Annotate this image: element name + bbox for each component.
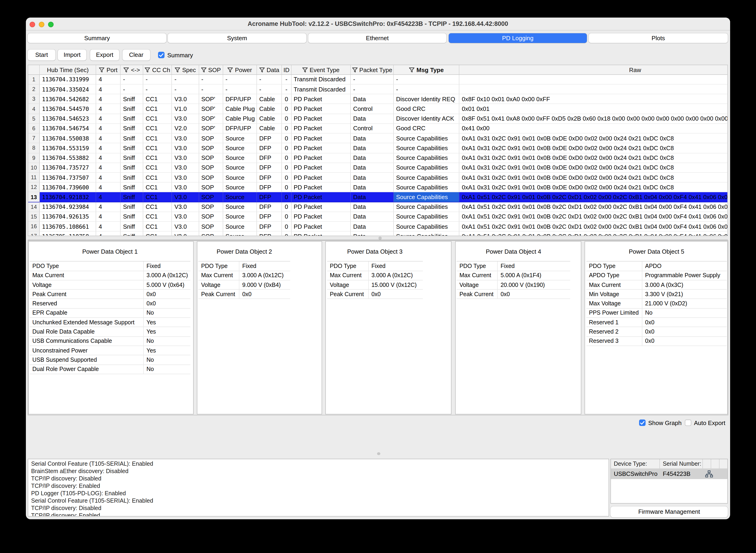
- import-button[interactable]: Import: [58, 50, 86, 60]
- clear-button[interactable]: Clear: [123, 50, 150, 60]
- row-number: 6: [28, 124, 40, 134]
- column-header-msg-type[interactable]: Msg Type: [394, 65, 460, 74]
- tab-system[interactable]: System: [168, 33, 306, 43]
- export-button[interactable]: Export: [90, 50, 119, 60]
- bottom-splitter-handle-icon[interactable]: [377, 452, 380, 455]
- cell-port: 4: [96, 232, 121, 236]
- tab-plots[interactable]: Plots: [589, 33, 728, 43]
- pdo-row[interactable]: Unchunked Extended Message SupportYes: [29, 318, 191, 327]
- summary-checkbox[interactable]: Summary: [158, 51, 193, 59]
- table-panel-splitter[interactable]: [28, 236, 728, 240]
- table-row-16[interactable]: 161136705.1086614SniffCC1V3.0SOPSourceDF…: [28, 222, 728, 231]
- column-header-hub-time-sec-[interactable]: Hub Time (Sec): [40, 65, 96, 74]
- column-header-spec[interactable]: Spec: [172, 65, 199, 74]
- column-header-power[interactable]: Power: [223, 65, 257, 74]
- pdo-row[interactable]: PDO TypeFixed: [29, 262, 191, 271]
- table-row-17[interactable]: 171136705.1107584SniffCC1V3.0SOPSourceDF…: [28, 232, 728, 236]
- pdo-row[interactable]: Max Current3.000 A (0x12C): [327, 271, 423, 281]
- table-row-12[interactable]: 121136704.7396004SniffCC1V3.0SOPSourceDF…: [28, 182, 728, 192]
- table-row-7[interactable]: 71136704.5500384SniffCC1V3.0SOPSourceDFP…: [28, 134, 728, 143]
- pdo-row[interactable]: Voltage20.000 V (0x190): [457, 281, 570, 290]
- column-header-sop[interactable]: SOP: [199, 65, 223, 74]
- start-button[interactable]: Start: [28, 50, 56, 60]
- auto-export-checkbox[interactable]: Auto Export: [685, 418, 725, 427]
- filter-funnel-icon: [228, 67, 233, 72]
- table-row-11[interactable]: 111136704.7375074SniffCC1V3.0SOPSourceDF…: [28, 173, 728, 182]
- table-row-4[interactable]: 41136704.5445704SniffCC1V1.0SOP'Cable Pl…: [28, 104, 728, 114]
- table-row-3[interactable]: 31136704.5426824SniffCC1V3.0SOP'DFP/UFPC…: [28, 94, 728, 104]
- column-header-raw[interactable]: Raw: [460, 65, 728, 74]
- table-row-10[interactable]: 101136704.7357274SniffCC1V3.0SOPSourceDF…: [28, 163, 728, 173]
- pdo-row[interactable]: PDO TypeFixed: [327, 262, 423, 271]
- pdo-row[interactable]: PDO TypeFixed: [457, 262, 570, 271]
- pdo-row[interactable]: PDO TypeAPDO: [586, 262, 727, 271]
- cell-power: Source: [223, 173, 257, 182]
- column-header--[interactable]: <->: [121, 65, 144, 74]
- tab-pd-logging[interactable]: PD Logging: [449, 33, 587, 43]
- cell-id: 0: [282, 94, 291, 104]
- column-header-packet-type[interactable]: Packet Type: [351, 65, 394, 74]
- column-header-data[interactable]: Data: [257, 65, 282, 74]
- pdo-row[interactable]: Max Current3.000 A (0x12C): [198, 271, 290, 281]
- cell-port: 4: [96, 202, 121, 212]
- table-row-9[interactable]: 91136704.5538824SniffCC1V3.0SOPSourceDFP…: [28, 153, 728, 163]
- cell--: Sniff: [121, 114, 144, 124]
- tab-ethernet[interactable]: Ethernet: [308, 33, 446, 43]
- pdo-row[interactable]: PPS Power LimitedNo: [586, 309, 727, 318]
- pdo-row[interactable]: USB Suspend SupportedNo: [29, 356, 191, 365]
- pdo-row[interactable]: Min Voltage3.300 V (0x21): [586, 290, 727, 299]
- cell-spec: V3.0: [172, 192, 199, 202]
- column-header-cc-ch[interactable]: CC Ch: [143, 65, 172, 74]
- table-row-6[interactable]: 61136704.5467544SniffCC1V2.0SOP'DFP/UFPC…: [28, 124, 728, 134]
- device-row[interactable]: USBCSwitchPro F454223B: [611, 468, 727, 479]
- table-row-13[interactable]: 131136704.9218324SniffCC1V3.0SOPSourceDF…: [28, 192, 728, 202]
- cell-hub-time-sec-: 1136704.550038: [40, 134, 96, 143]
- table-row-8[interactable]: 81136704.5531594SniffCC1V3.0SOPSourceDFP…: [28, 144, 728, 153]
- pdo-row[interactable]: Reserved 30x0: [586, 336, 727, 346]
- firmware-management-button[interactable]: Firmware Management: [610, 506, 728, 517]
- pdo-row[interactable]: Reserved 20x0: [586, 327, 727, 337]
- pdo-row[interactable]: Voltage15.000 V (0x12C): [327, 281, 423, 290]
- pd-log-table[interactable]: Hub Time (Sec)Port<->CC ChSpecSOPPowerDa…: [28, 65, 728, 236]
- cell-hub-time-sec-: 1136704.923984: [40, 202, 96, 212]
- status-log[interactable]: Serial Control Feature (T105-SERIAL): En…: [28, 459, 609, 517]
- pdo-row[interactable]: Dual Role Data CapableYes: [29, 327, 191, 337]
- pdo-row[interactable]: Voltage9.000 V (0xB4): [198, 281, 290, 290]
- pdo-row[interactable]: Dual Role Power CapableNo: [29, 365, 191, 374]
- pdo-row[interactable]: USB Communications CapableNo: [29, 336, 191, 346]
- table-row-5[interactable]: 51136704.5465234SniffCC1V3.0SOP'Cable Pl…: [28, 114, 728, 124]
- pdo-row[interactable]: Max Current3.000 A (0x12C): [29, 271, 191, 281]
- table-row-2[interactable]: 21136704.3350244-------Transmit Discarde…: [28, 85, 728, 94]
- table-row-1[interactable]: 11136704.3319994-------Transmit Discarde…: [28, 75, 728, 85]
- pdo-row[interactable]: PDO TypeFixed: [198, 262, 290, 271]
- pdo-row[interactable]: Peak Current0x0: [327, 290, 423, 299]
- table-row-14[interactable]: 141136704.9239844SniffCC1V3.0SOPSourceDF…: [28, 202, 728, 212]
- pdo-row[interactable]: Unconstrained PowerYes: [29, 346, 191, 356]
- pdo-value: 0x0: [642, 318, 727, 327]
- pdo-row[interactable]: Max Voltage21.000 V (0xD2): [586, 299, 727, 309]
- pdo-value: 3.000 A (0x12C): [239, 271, 290, 281]
- pdo-row[interactable]: EPR CapableNo: [29, 309, 191, 318]
- pdo-panel-2: Power Data Object 2PDO TypeFixedMax Curr…: [197, 241, 322, 415]
- pdo-row[interactable]: Max Current5.000 A (0x1F4): [457, 271, 570, 281]
- column-header-id[interactable]: ID: [282, 65, 291, 74]
- pdo-row[interactable]: Peak Current0x0: [198, 290, 290, 299]
- pdo-row[interactable]: Reserved0x0: [29, 299, 191, 309]
- column-header-event-type[interactable]: Event Type: [291, 65, 351, 74]
- pdo-row[interactable]: Peak Current0x0: [457, 290, 570, 299]
- show-graph-checkbox[interactable]: Show Graph: [639, 418, 682, 427]
- pdo-row[interactable]: Peak Current0x0: [29, 290, 191, 299]
- pdo-row[interactable]: Max Current3.000 A (0x3C): [586, 281, 727, 290]
- table-row-15[interactable]: 151136704.9261354SniffCC1V3.0SOPSourceDF…: [28, 212, 728, 222]
- column-header-label: Power: [235, 66, 252, 73]
- column-header-port[interactable]: Port: [96, 65, 121, 74]
- tab-summary[interactable]: Summary: [28, 33, 166, 43]
- pdo-row[interactable]: Voltage5.000 V (0x64): [29, 281, 191, 290]
- row-number: 3: [28, 94, 40, 104]
- pdo-row[interactable]: Reserved 10x0: [586, 318, 727, 327]
- cell-raw: 0x01 0x01: [460, 104, 728, 114]
- row-number: 1: [28, 75, 40, 85]
- pdo-panel-4: Power Data Object 4PDO TypeFixedMax Curr…: [455, 241, 581, 415]
- column-header-label: Raw: [629, 66, 641, 73]
- pdo-row[interactable]: APDO TypeProgrammable Power Supply: [586, 271, 727, 281]
